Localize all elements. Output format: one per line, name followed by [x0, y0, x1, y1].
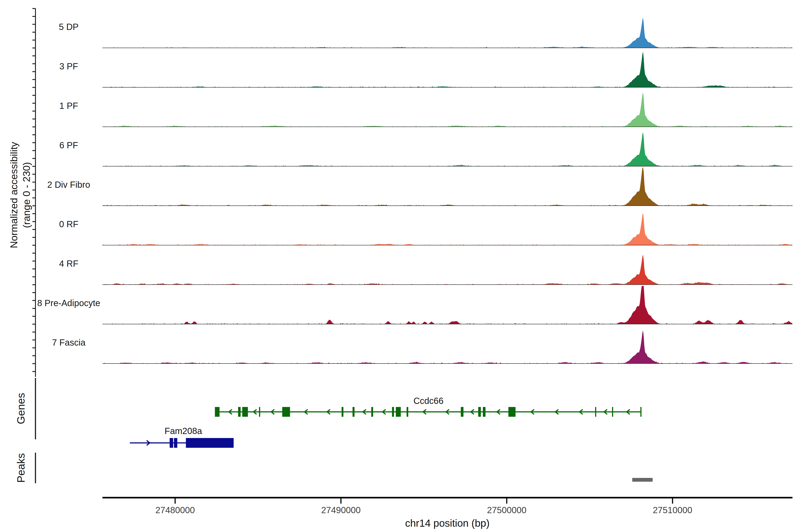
signal-area — [102, 18, 793, 48]
exon — [509, 407, 516, 417]
exon — [174, 438, 177, 448]
peaks-section-label: Peaks — [14, 424, 28, 512]
signal-area — [102, 52, 793, 88]
exon — [282, 407, 290, 417]
x-tick-27480000: 27480000 — [142, 505, 208, 516]
gene-label-ccdc66: Ccdc66 — [395, 396, 462, 406]
exon — [396, 407, 401, 417]
exon — [478, 407, 481, 417]
signal-area — [102, 255, 793, 285]
x-tick-27510000: 27510000 — [639, 505, 706, 516]
exon — [215, 407, 220, 417]
coverage-track-0-rf — [102, 213, 793, 245]
track-label-4-rf: 4 RF — [18, 258, 120, 269]
exon — [371, 407, 373, 417]
signal-area — [102, 213, 793, 245]
peak-region-bar — [632, 478, 652, 482]
coverage-track-5-dp — [102, 18, 793, 48]
x-axis — [102, 498, 793, 504]
track-label-8-pre-adipocyte: 8 Pre-Adipocyte — [18, 297, 120, 309]
track-label-3-pf: 3 PF — [18, 60, 120, 72]
exon — [461, 407, 463, 417]
track-label-6-pf: 6 PF — [18, 139, 120, 151]
gene-model-ccdc66 — [215, 407, 642, 417]
signal-area — [102, 286, 793, 324]
coverage-track-2-div-fibro — [102, 168, 793, 206]
exon — [170, 438, 173, 448]
exon — [186, 438, 234, 448]
exon — [595, 407, 596, 417]
coverage-plot-canvas — [0, 0, 798, 532]
exon — [242, 407, 248, 417]
coverage-track-1-pf — [102, 92, 793, 127]
coverage-track-8-pre-adipocyte — [102, 286, 793, 324]
exon — [406, 407, 408, 417]
signal-area — [102, 168, 793, 206]
track-label-0-rf: 0 RF — [18, 218, 120, 230]
gene-label-fam208a: Fam208a — [150, 425, 216, 436]
exon — [612, 407, 613, 417]
track-label-2-div-fibro: 2 Div Fibro — [18, 179, 120, 190]
track-label-1-pf: 1 PF — [18, 100, 120, 112]
coverage-track-3-pf — [102, 52, 793, 88]
exon — [392, 407, 394, 417]
exon — [342, 407, 343, 417]
signal-area — [102, 92, 793, 127]
x-axis-title: chr14 position (bp) — [381, 517, 514, 529]
exon — [238, 407, 241, 417]
track-label-5-dp: 5 DP — [18, 21, 120, 33]
exon — [640, 407, 642, 417]
coverage-track-4-rf — [102, 255, 793, 285]
exon — [353, 407, 355, 417]
exon — [483, 407, 486, 417]
genome-browser-figure: { "y_axis": { "label_line1": "Normalized… — [0, 0, 798, 532]
signal-area — [102, 330, 793, 364]
gene-model-fam208a — [130, 438, 234, 448]
x-tick-27500000: 27500000 — [474, 505, 540, 516]
exon — [259, 407, 260, 417]
x-tick-27490000: 27490000 — [308, 505, 374, 516]
track-label-7-fascia: 7 Fascia — [18, 337, 120, 348]
signal-area — [102, 132, 793, 166]
coverage-track-7-fascia — [102, 330, 793, 364]
coverage-track-6-pf — [102, 132, 793, 166]
